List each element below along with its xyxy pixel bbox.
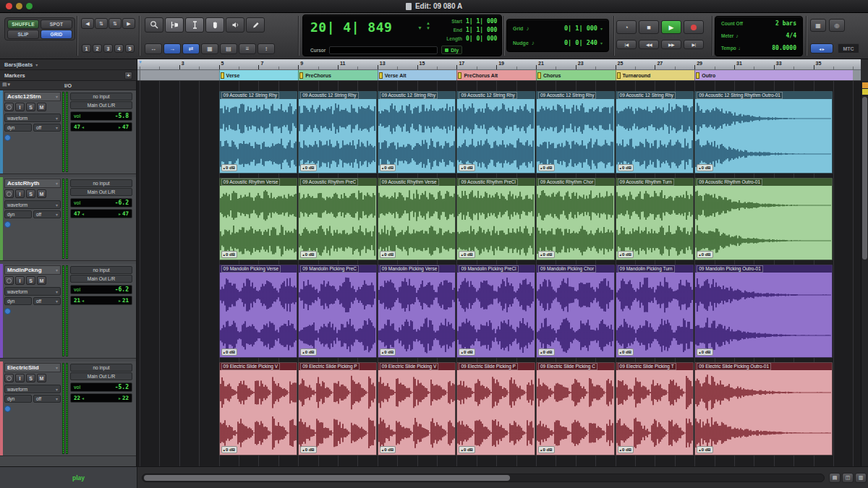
volume-display[interactable]: vol-6.2 xyxy=(70,285,132,294)
audio-clip[interactable]: 09 Acoustic 12 String Rhy▴0 dB xyxy=(219,91,298,174)
grid-mode-button[interactable]: GRID xyxy=(41,30,72,39)
dyn-value-selector[interactable]: off▾ xyxy=(33,395,61,403)
audio-zoom-in-button[interactable]: ⇅ xyxy=(109,18,122,29)
delay-compensation-chip[interactable]: Dly xyxy=(441,46,462,54)
counter-dropdown-icon[interactable]: ▼ xyxy=(417,25,422,30)
conductor-icon[interactable]: ♪ xyxy=(736,33,739,38)
track-name-dropdown-icon[interactable]: ▾ xyxy=(56,365,58,370)
clip-gain-badge[interactable]: ▴0 dB xyxy=(538,348,555,356)
go-to-start-button[interactable]: |◀ xyxy=(616,40,637,49)
zoom-preset-3-button[interactable]: 3 xyxy=(103,44,113,53)
dyn-selector[interactable]: dyn xyxy=(4,297,32,305)
clip-gain-badge[interactable]: ▴0 dB xyxy=(221,348,238,356)
target-button[interactable]: ◎ xyxy=(829,19,845,32)
track-view-selector[interactable]: waveform▾ xyxy=(4,114,61,122)
track-view-selector[interactable]: waveform▾ xyxy=(4,200,61,209)
audio-clip[interactable]: 09 Acoustic Rhythm PreC▴0 dB xyxy=(298,178,377,260)
bars-beats-ruler[interactable]: ▼ 357911131517192123252729313335 xyxy=(137,59,861,70)
ruler-dropdown-icon[interactable]: ▾ xyxy=(35,62,38,67)
clip-gain-badge[interactable]: ▴0 dB xyxy=(697,446,713,453)
input-monitor-button[interactable]: I xyxy=(15,103,25,111)
audio-clip[interactable]: 09 Acoustic 12 String Rhy▴0 dB xyxy=(616,91,694,174)
input-monitor-button[interactable]: I xyxy=(15,374,25,382)
pan-display[interactable]: 22◂▸22 xyxy=(70,393,132,403)
timeline-area[interactable]: 09 Acoustic 12 String Rhy▴0 dB09 Acousti… xyxy=(137,81,861,466)
track-name-dropdown-icon[interactable]: ▾ xyxy=(56,94,58,99)
elastic-audio-icon[interactable] xyxy=(4,221,11,228)
audio-clip[interactable]: 09 Mandolin Picking Verse▴0 dB xyxy=(219,265,298,358)
clip-gain-badge[interactable]: ▴0 dB xyxy=(380,251,396,258)
zoom-preset-2-button[interactable]: 2 xyxy=(93,44,102,53)
auto-scroll-button[interactable]: ↕ xyxy=(258,43,275,54)
output-selector[interactable]: Main Out L/R xyxy=(70,372,132,380)
audio-clip[interactable]: 09 Acoustic 12 String Rhy▴0 dB xyxy=(298,91,377,174)
zoom-preset-4-button[interactable]: 4 xyxy=(114,44,124,53)
start-value[interactable]: 1| 1| 000 xyxy=(466,18,497,25)
main-counter[interactable]: 20| 4| 849 xyxy=(310,20,392,35)
nudge-note-icon[interactable]: ♪ xyxy=(532,40,535,46)
track-lane-electricslid[interactable]: 09 Electric Slide Picking V▴0 dB09 Elect… xyxy=(137,361,861,456)
clip-gain-badge[interactable]: ▴0 dB xyxy=(618,446,634,453)
zoom-preset-5-button[interactable]: 5 xyxy=(125,44,135,53)
dyn-selector[interactable]: dyn xyxy=(4,210,32,218)
track-name[interactable]: Acstc12Strn▾ xyxy=(4,92,61,101)
insertion-follows-button[interactable]: ▤ xyxy=(220,43,237,54)
input-selector[interactable]: no input xyxy=(70,364,132,372)
track-name[interactable]: MndlnPckng▾ xyxy=(4,265,61,275)
zoom-toggle-button[interactable]: ↔ xyxy=(145,43,162,54)
audio-clip[interactable]: 09 Acoustic Rhythm Verse▴0 dB xyxy=(219,178,298,260)
marker-prechorus[interactable]: PreChorus xyxy=(298,70,378,80)
zoom-corner-button-3[interactable]: ▥ xyxy=(855,473,867,483)
dyn-value-selector[interactable]: off▾ xyxy=(33,297,61,305)
marker-verse-alt[interactable]: Verse Alt xyxy=(378,70,457,80)
clip-gain-badge[interactable]: ▴0 dB xyxy=(221,446,238,453)
grid-value[interactable]: 0| 1| 000 xyxy=(564,25,597,32)
record-arm-button[interactable] xyxy=(4,103,14,111)
solo-button[interactable]: S xyxy=(26,276,35,285)
input-selector[interactable]: no input xyxy=(70,266,132,274)
trim-tool-button[interactable] xyxy=(165,17,184,33)
record-button[interactable] xyxy=(684,20,704,34)
minimize-window-button[interactable] xyxy=(16,3,22,9)
mute-button[interactable]: M xyxy=(37,276,46,285)
zoom-corner-button-1[interactable]: ▤ xyxy=(829,473,841,483)
clip-gain-badge[interactable]: ▴0 dB xyxy=(380,164,396,171)
audio-clip[interactable]: 09 Electric Slide Picking V▴0 dB xyxy=(219,362,298,455)
audio-clip[interactable]: 09 Acoustic Rhythm Outro-01▴0 dB xyxy=(694,178,833,260)
link-track-edit-button[interactable]: ▦ xyxy=(201,43,218,54)
clip-gain-badge[interactable]: ▴0 dB xyxy=(697,164,713,171)
close-window-button[interactable] xyxy=(6,3,12,9)
vertical-scrollbar-thumb[interactable] xyxy=(862,97,867,260)
clip-gain-badge[interactable]: ▴0 dB xyxy=(459,251,475,258)
audio-clip[interactable]: 09 Mandolin Picking PreC▴0 dB xyxy=(298,265,377,358)
record-arm-button[interactable] xyxy=(4,374,14,382)
audio-clip[interactable]: 09 Acoustic 12 String Rhy▴0 dB xyxy=(378,91,456,174)
marker-verse[interactable]: Verse xyxy=(219,70,299,80)
audio-clip[interactable]: 09 Mandolin Picking Chor▴0 dB xyxy=(536,265,615,358)
audio-clip[interactable]: 09 Acoustic Rhythm Verse▴0 dB xyxy=(378,178,456,260)
tab-to-transient-button[interactable]: → xyxy=(163,43,181,54)
audio-zoom-out-button[interactable]: ⇅ xyxy=(95,18,108,29)
track-lane-acstc12strn[interactable]: 09 Acoustic 12 String Rhy▴0 dB09 Acousti… xyxy=(137,90,861,174)
elastic-audio-icon[interactable] xyxy=(4,134,11,141)
input-monitor-button[interactable]: I xyxy=(15,276,25,285)
record-arm-button[interactable] xyxy=(4,189,14,198)
fast-forward-button[interactable]: ▶▶ xyxy=(661,40,681,49)
clip-gain-badge[interactable]: ▴0 dB xyxy=(538,164,555,171)
track-lane-mndlnpckng[interactable]: 09 Mandolin Picking Verse▴0 dB09 Mandoli… xyxy=(137,264,861,359)
length-value[interactable]: 0| 0| 000 xyxy=(466,35,497,42)
mute-button[interactable]: M xyxy=(37,374,46,382)
pan-display[interactable]: 47◂▸47 xyxy=(70,209,132,218)
clip-gain-badge[interactable]: ▴0 dB xyxy=(618,164,634,171)
audio-clip[interactable]: 09 Mandolin Picking PreCl▴0 dB xyxy=(456,265,535,358)
clip-gain-badge[interactable]: ▴0 dB xyxy=(221,164,238,171)
nudge-dropdown-icon[interactable]: ▾ xyxy=(600,40,603,46)
clip-gain-badge[interactable]: ▴0 dB xyxy=(300,164,317,171)
zoom-window-button[interactable] xyxy=(26,3,33,9)
audio-clip[interactable]: 09 Acoustic Rhythm Turn▴0 dB xyxy=(616,178,694,260)
clip-gain-badge[interactable]: ▴0 dB xyxy=(538,251,555,258)
bars-beats-ruler-label[interactable]: Bars|Beats▾ xyxy=(0,59,137,70)
volume-display[interactable]: vol-5.8 xyxy=(70,111,132,121)
zoom-corner-button-2[interactable]: ◫ xyxy=(842,473,854,483)
track-lane-acstcrhyth[interactable]: 09 Acoustic Rhythm Verse▴0 dB09 Acoustic… xyxy=(137,177,861,261)
